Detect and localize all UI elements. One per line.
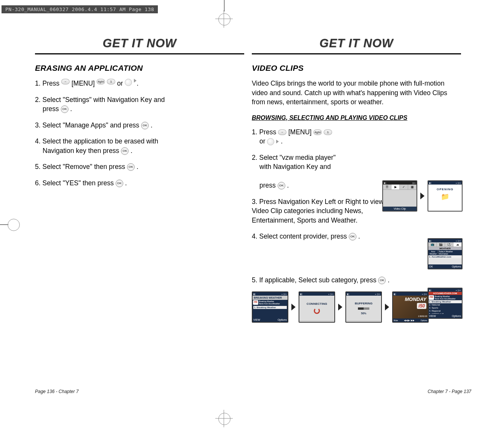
folder-icon: 📁 [428,193,462,201]
phone-status-bar: ▮▯+ ▯▭ [299,292,334,296]
flow-arrow-icon [291,304,296,310]
menu-item-active: 1. AccuWeather.com [428,255,462,258]
ok-button-icon: OK [61,105,68,113]
connecting-body: CONNECTING [299,296,334,320]
right-page-footer: Chapter 7 - Page 137 [428,389,471,394]
step-text: . [281,137,283,145]
step-text: press [43,105,59,113]
thumb-buffering: ▮▯+ ▯▭ BUFFERING 50% [345,291,382,323]
buffering-percent: 50% [361,312,366,315]
step-text: 6. Select "YES" then press [35,179,114,187]
phone-footer: OK Options [428,264,462,269]
ok-button-icon: OK [127,163,135,171]
thumb-header: BREAKING WEATHER [253,296,288,300]
accu-header: ACCUWEATHER.COM [428,292,462,295]
key-4-icon: 4ghi [97,79,105,84]
step-text: 5. Select "Remove" then press [35,163,125,170]
phone-icon-row: 📺 🎬 ⚽ ☁ [428,242,462,247]
menu-item: 2. National [428,303,462,306]
arrow-right-icon [134,79,137,83]
phone-status-bar: ▮▯+ ▯▭ [253,292,288,296]
left-step-5: 5. Select "Remove" then press OK . [35,162,244,172]
step-text: 5. If applicable, Select sub category, p… [252,276,377,284]
opening-label: OPENING [428,185,462,193]
cell: Weather [429,253,437,255]
phone-footer-label: Video Clip [383,207,417,211]
phone-accuweather: ▮▯+ ▯▭ ACCUWEATHER.COM i50 Breaking Weat… [428,288,463,319]
step-text: 4. Select the application to be erased w… [35,137,158,145]
tab-icon: 📺 [428,242,437,247]
left-step-4: 4. Select the application to be erased w… [35,137,244,155]
thumb-connecting: ▮▯+ ▯▭ CONNECTING [299,291,335,323]
step-text: . [358,232,360,240]
step-text: . [151,121,153,129]
step-text: 4. Select content provider, press [252,232,347,240]
step-text: . [130,147,132,154]
right-sub-heading: BROWSING, SELECTING AND PLAYING VIDEO CL… [252,115,461,121]
step-text: . [125,179,127,187]
weather-subrow: AccuWeather Today's WeatherInformation [428,250,462,255]
menu-item: 1. Breaking Weather [428,300,462,303]
thumb-playing: ▮▯+ ▯▭ MONDAY i50 Mute ◀◀ ▶ ▶▶ Options 2… [392,291,429,323]
connecting-label: CONNECTING [307,302,327,306]
tab-icon: ✓ [400,185,408,189]
desc-text: News from AccuWeather [259,302,280,305]
flow-arrow-icon [385,304,389,310]
phone-body [383,190,417,207]
left-page-footer: Page 136 - Chapter 7 [35,389,79,394]
weather-menu: 1. AccuWeather.com [428,255,462,258]
step-text: or [259,137,266,145]
tab-icon: ▦ [408,185,417,189]
thumb-desc-row: i50 Breaking Weather News from AccuWeath… [253,300,288,305]
badge-icon: i50 [417,303,426,309]
key-1-icon: 1 [324,129,332,135]
footer-options: Options [278,318,287,321]
right-intro: Video Clips brings the world to your mob… [252,79,461,107]
badge-icon: i50 [429,295,434,300]
step-text: 2. Select "vzw media player" [252,154,336,161]
crop-mark-top [215,0,234,19]
footer-view: VIEW [429,315,436,317]
nav-key-icon [125,79,132,86]
step-text: . [388,276,390,284]
weather-header: WEATHER [428,247,462,250]
soft-key-icon: ·· [61,79,70,84]
footer-options: Options [452,315,461,317]
crop-mark-bottom [215,413,234,433]
phone-footer: VIEW Options [428,314,462,318]
buffering-label: BUFFERING [355,302,373,305]
step-text: 3. Select "Manage Apps" and press [35,121,139,129]
left-step-1: 1. Press ·· [MENU] 4ghi 1 or . [35,79,244,88]
right-title: GET IT NOW [252,37,461,50]
phone-weather: ▮▯+ ▯▭ 📺 🎬 ⚽ ☁ WEATHER AccuWeather Today… [428,238,463,269]
video-time: 2:30/02:30 [418,315,427,317]
ok-button-icon: OK [121,147,129,155]
left-step-3: 3. Select "Manage Apps" and press OK . [35,121,244,130]
buffering-body: BUFFERING 50% [346,296,381,320]
header-print-info: PN-320_MANUAL_060327 2006.4.4 11:57 AM P… [2,5,158,13]
step-text: with Navigation Key and [252,162,362,172]
phone-icon-row: ☰ ▶ ✓ ▦ [383,185,417,190]
ok-button-icon: OK [278,182,285,189]
accu-desc-row: i50 Breaking Weather News from AccuWeath… [428,295,462,300]
left-step-2: 2. Select "Settings" with Navigation Key… [35,95,244,114]
right-section-heading: VIDEO CLIPS [252,64,461,73]
menu-item: 1. Breaking Weather [253,306,287,309]
right-step-1: 1. Press ·· [MENU] 4ghi 1 or . [252,127,362,146]
right-step-3: 3. Press Navigation Key Left or Right to… [252,197,393,225]
phone-status-bar: ▮▯+ ▯▭ [393,292,428,296]
tab-icon: ▶ [391,185,400,189]
ok-button-icon: OK [349,233,356,240]
flow-arrow-icon [420,193,425,199]
step-text: or [117,79,123,88]
step-text: 1. Press [35,79,59,88]
tab-icon: ⚽ [445,242,453,247]
footer-view: VIEW [253,318,260,321]
phone-status-bar: ▮▯+ ▯▭ [428,288,462,292]
left-title: GET IT NOW [35,37,244,50]
phone-footer: VIEW Options [253,318,288,322]
soft-key-icon: ·· [278,129,286,135]
left-step-6: 6. Select "YES" then press OK . [35,178,244,188]
tab-icon: ☰ [383,185,391,189]
tab-icon: 🎬 [437,242,445,247]
